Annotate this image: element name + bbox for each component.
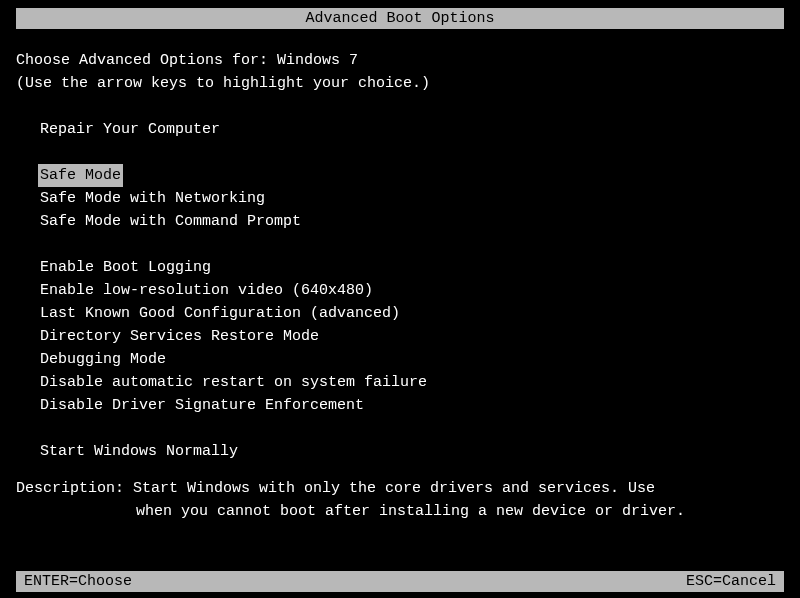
- footer-enter-hint: ENTER=Choose: [24, 573, 132, 590]
- description-line-1: Description: Start Windows with only the…: [16, 477, 784, 500]
- menu-enable-boot-logging[interactable]: Enable Boot Logging: [38, 256, 213, 279]
- menu-disable-driver-signature[interactable]: Disable Driver Signature Enforcement: [38, 394, 366, 417]
- menu-safe-mode-command-prompt[interactable]: Safe Mode with Command Prompt: [38, 210, 303, 233]
- content-area: Choose Advanced Options for: Windows 7 (…: [0, 29, 800, 463]
- menu-debugging-mode[interactable]: Debugging Mode: [38, 348, 168, 371]
- menu-repair-your-computer[interactable]: Repair Your Computer: [38, 118, 222, 141]
- title-text: Advanced Boot Options: [305, 10, 494, 27]
- footer-esc-hint: ESC=Cancel: [686, 573, 776, 590]
- title-bar: Advanced Boot Options: [16, 8, 784, 29]
- description-block: Description: Start Windows with only the…: [0, 463, 800, 523]
- menu-directory-services-restore[interactable]: Directory Services Restore Mode: [38, 325, 321, 348]
- menu-last-known-good[interactable]: Last Known Good Configuration (advanced): [38, 302, 402, 325]
- menu-safe-mode-networking[interactable]: Safe Mode with Networking: [38, 187, 267, 210]
- footer-bar: ENTER=Choose ESC=Cancel: [16, 571, 784, 592]
- choose-line: Choose Advanced Options for: Windows 7: [16, 49, 784, 72]
- menu-low-resolution-video[interactable]: Enable low-resolution video (640x480): [38, 279, 375, 302]
- menu-safe-mode[interactable]: Safe Mode: [38, 164, 123, 187]
- description-line-2: when you cannot boot after installing a …: [16, 500, 784, 523]
- menu-disable-auto-restart[interactable]: Disable automatic restart on system fail…: [38, 371, 429, 394]
- menu-start-windows-normally[interactable]: Start Windows Normally: [38, 440, 240, 463]
- hint-line: (Use the arrow keys to highlight your ch…: [16, 72, 784, 95]
